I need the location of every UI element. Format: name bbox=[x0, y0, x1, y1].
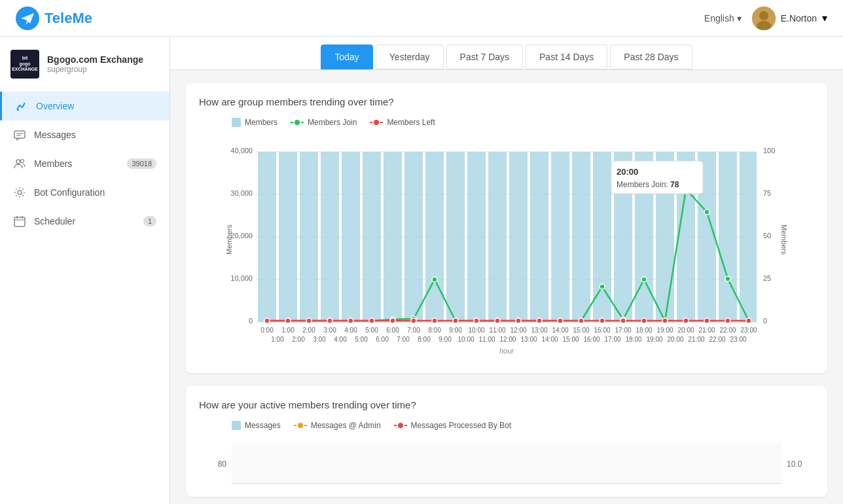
svg-point-103 bbox=[746, 318, 751, 323]
svg-point-87 bbox=[411, 318, 416, 323]
svg-text:13:00: 13:00 bbox=[520, 336, 537, 343]
svg-point-72 bbox=[600, 284, 605, 289]
svg-point-2 bbox=[759, 11, 768, 20]
sidebar-item-members[interactable]: Members 39018 bbox=[0, 149, 170, 178]
svg-text:17:00: 17:00 bbox=[604, 336, 620, 343]
svg-text:7:00: 7:00 bbox=[407, 327, 420, 334]
legend-members-left-label: Members Left bbox=[387, 118, 435, 127]
svg-text:10:00: 10:00 bbox=[468, 327, 484, 334]
svg-text:50: 50 bbox=[763, 232, 771, 240]
svg-text:1:00: 1:00 bbox=[271, 336, 284, 343]
svg-text:16:00: 16:00 bbox=[594, 327, 610, 334]
svg-point-84 bbox=[348, 318, 353, 323]
svg-rect-5 bbox=[14, 131, 25, 138]
legend-members-join: Members Join bbox=[291, 118, 357, 127]
chart-icon bbox=[15, 99, 28, 113]
svg-text:20:00: 20:00 bbox=[677, 327, 694, 334]
svg-text:4:00: 4:00 bbox=[344, 327, 357, 334]
bitgogo-logo: bitgogoEXCHANGE bbox=[10, 50, 39, 79]
svg-rect-47 bbox=[572, 152, 590, 322]
gear-icon bbox=[13, 186, 26, 199]
svg-text:5:00: 5:00 bbox=[365, 327, 378, 334]
svg-text:15:00: 15:00 bbox=[573, 327, 589, 334]
sidebar-item-members-label: Members bbox=[34, 158, 119, 169]
sidebar-item-bot-config[interactable]: Bot Configuration bbox=[0, 178, 170, 207]
sidebar-item-overview[interactable]: Overview bbox=[0, 92, 170, 120]
tab-past28[interactable]: Past 28 Days bbox=[610, 45, 692, 69]
svg-point-86 bbox=[390, 318, 395, 323]
svg-rect-35 bbox=[321, 152, 339, 322]
svg-text:12:00: 12:00 bbox=[510, 327, 526, 334]
svg-point-78 bbox=[725, 276, 730, 281]
svg-point-96 bbox=[600, 318, 605, 323]
svg-rect-36 bbox=[342, 152, 360, 322]
svg-rect-44 bbox=[509, 152, 528, 322]
svg-point-85 bbox=[369, 318, 374, 323]
chart2-y-right: 10.0 bbox=[781, 459, 814, 469]
legend-members-left-line bbox=[370, 122, 383, 123]
svg-text:16:00: 16:00 bbox=[583, 336, 600, 343]
tab-today[interactable]: Today bbox=[321, 45, 372, 69]
tab-past14[interactable]: Past 14 Days bbox=[526, 45, 607, 69]
svg-text:21:00: 21:00 bbox=[698, 327, 715, 334]
chart1-svg: 40,000 30,000 20,000 10,000 0 100 75 50 … bbox=[199, 135, 814, 357]
svg-point-9 bbox=[21, 160, 24, 163]
sidebar-nav: Overview Messages bbox=[0, 92, 170, 491]
svg-text:17:00: 17:00 bbox=[615, 327, 631, 334]
svg-text:Members: Members bbox=[780, 225, 788, 255]
svg-text:25: 25 bbox=[763, 274, 771, 282]
svg-rect-55 bbox=[740, 152, 757, 322]
chart1-question: How are group members trending over time… bbox=[199, 96, 814, 107]
user-arrow: ▾ bbox=[822, 12, 827, 24]
svg-text:18:00: 18:00 bbox=[636, 327, 652, 334]
svg-text:8:00: 8:00 bbox=[418, 336, 431, 343]
sidebar-item-messages[interactable]: Messages bbox=[0, 120, 170, 149]
legend-messages-admin-line bbox=[294, 425, 307, 426]
svg-rect-33 bbox=[279, 152, 297, 322]
svg-text:19:00: 19:00 bbox=[646, 336, 662, 343]
language-selector[interactable]: English ▾ bbox=[704, 13, 742, 24]
top-header: TeleMe English ▾ E.Norton ▾ bbox=[0, 0, 843, 37]
user-name: E.Norton bbox=[781, 13, 817, 24]
svg-text:7:00: 7:00 bbox=[397, 336, 410, 343]
svg-text:2:00: 2:00 bbox=[302, 327, 315, 334]
legend-members-left: Members Left bbox=[370, 118, 435, 127]
svg-text:10,000: 10,000 bbox=[230, 274, 253, 282]
legend-messages-label: Messages bbox=[245, 421, 281, 430]
chart-card-active-members: How are your active members trending ove… bbox=[186, 386, 827, 497]
legend-messages-box bbox=[232, 421, 241, 430]
svg-point-89 bbox=[453, 318, 458, 323]
sidebar-item-messages-label: Messages bbox=[34, 130, 156, 140]
svg-rect-11 bbox=[14, 217, 25, 226]
svg-rect-41 bbox=[446, 152, 465, 322]
svg-text:0:00: 0:00 bbox=[260, 327, 274, 334]
calendar-icon bbox=[13, 215, 26, 228]
svg-text:6:00: 6:00 bbox=[376, 336, 389, 343]
svg-text:22:00: 22:00 bbox=[719, 327, 736, 334]
chart2-question: How are your active members trending ove… bbox=[199, 399, 814, 410]
legend-messages-bot: Messages Processed By Bot bbox=[394, 421, 511, 430]
main-content: Today Yesterday Past 7 Days Past 14 Days… bbox=[170, 37, 843, 504]
svg-point-77 bbox=[704, 209, 709, 215]
svg-rect-46 bbox=[551, 152, 569, 322]
svg-point-92 bbox=[516, 318, 521, 323]
svg-text:6:00: 6:00 bbox=[386, 327, 399, 334]
legend-messages-bot-label: Messages Processed By Bot bbox=[411, 421, 511, 430]
language-arrow: ▾ bbox=[737, 13, 742, 24]
group-info-text: Bgogo.com Exchange supergroup bbox=[47, 54, 143, 74]
svg-text:12:00: 12:00 bbox=[499, 336, 516, 343]
user-area[interactable]: E.Norton ▾ bbox=[752, 7, 827, 30]
svg-text:20:00: 20:00 bbox=[617, 167, 638, 177]
svg-rect-40 bbox=[425, 152, 444, 322]
svg-text:5:00: 5:00 bbox=[355, 336, 368, 343]
logo-area: TeleMe bbox=[16, 7, 92, 30]
tab-yesterday[interactable]: Yesterday bbox=[376, 45, 444, 69]
svg-text:30,000: 30,000 bbox=[230, 189, 253, 197]
sidebar: bitgogoEXCHANGE Bgogo.com Exchange super… bbox=[0, 37, 170, 504]
svg-text:0: 0 bbox=[763, 317, 767, 325]
chart2-legend: Messages Messages @ Admin Messages Proce… bbox=[199, 421, 814, 430]
tab-past7[interactable]: Past 7 Days bbox=[446, 45, 523, 69]
sidebar-item-scheduler[interactable]: Scheduler 1 bbox=[0, 207, 170, 236]
svg-text:100: 100 bbox=[763, 147, 775, 154]
sidebar-group-info: bitgogoEXCHANGE Bgogo.com Exchange super… bbox=[0, 50, 170, 92]
